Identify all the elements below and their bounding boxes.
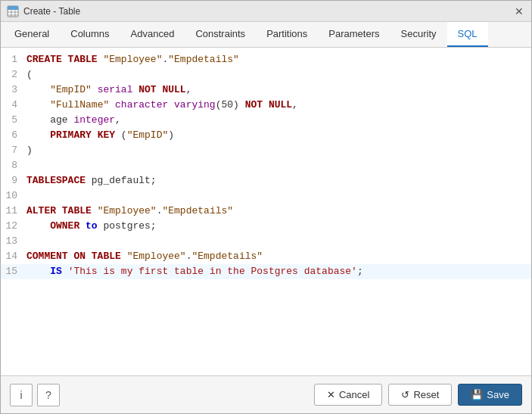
save-label: Save: [487, 389, 509, 400]
line-num-8: 8: [1, 158, 23, 173]
tab-partitions[interactable]: Partitions: [256, 22, 318, 47]
tab-general[interactable]: General: [4, 22, 60, 47]
title-bar-left: Create - Table: [7, 5, 80, 17]
table-icon: [7, 5, 19, 17]
line-num-13: 13: [1, 234, 23, 249]
tab-bar: General Columns Advanced Constraints Par…: [1, 22, 531, 48]
reset-icon: ↺: [401, 389, 409, 400]
cancel-label: Cancel: [339, 389, 369, 400]
line-num-10: 10: [1, 188, 23, 204]
code-line-14: 14 COMMENT ON TABLE "Employee"."Empdetai…: [1, 249, 531, 264]
help-button[interactable]: ?: [37, 384, 60, 406]
line-num-1: 1: [1, 52, 23, 67]
close-button[interactable]: ✕: [513, 6, 525, 17]
tab-advanced[interactable]: Advanced: [120, 22, 185, 47]
line-content-15: IS 'This is my first table in the Postgr…: [23, 264, 531, 279]
reset-button[interactable]: ↺ Reset: [388, 384, 452, 406]
code-line-12: 12 OWNER to postgres;: [1, 219, 531, 234]
cancel-button[interactable]: ✕ Cancel: [314, 384, 382, 406]
footer-left: i ?: [10, 384, 60, 406]
line-num-12: 12: [1, 219, 23, 234]
line-content-7: ): [23, 143, 531, 158]
line-num-11: 11: [1, 204, 23, 219]
line-content-8: [23, 158, 531, 173]
line-content-1: CREATE TABLE "Employee"."Empdetails": [23, 52, 531, 67]
code-line-7: 7 ): [1, 143, 531, 158]
line-content-14: COMMENT ON TABLE "Employee"."Empdetails": [23, 249, 531, 264]
line-content-6: PRIMARY KEY ("EmpID"): [23, 128, 531, 143]
line-content-3: "EmpID" serial NOT NULL,: [23, 82, 531, 98]
code-line-15: 15 IS 'This is my first table in the Pos…: [1, 264, 531, 279]
title-bar: Create - Table ✕: [1, 1, 531, 22]
line-num-7: 7: [1, 143, 23, 158]
line-content-12: OWNER to postgres;: [23, 219, 531, 234]
footer-right: ✕ Cancel ↺ Reset 💾 Save: [314, 384, 522, 406]
tab-security[interactable]: Security: [390, 22, 447, 47]
line-num-6: 6: [1, 128, 23, 143]
tab-sql[interactable]: SQL: [447, 22, 488, 47]
line-content-13: [23, 234, 531, 249]
line-content-9: TABLESPACE pg_default;: [23, 173, 531, 188]
svg-rect-1: [8, 6, 18, 10]
code-line-11: 11 ALTER TABLE "Employee"."Empdetails": [1, 204, 531, 219]
code-line-6: 6 PRIMARY KEY ("EmpID"): [1, 128, 531, 143]
line-num-5: 5: [1, 113, 23, 128]
line-num-4: 4: [1, 98, 23, 113]
cancel-icon: ✕: [327, 389, 335, 400]
line-num-3: 3: [1, 82, 23, 98]
code-line-9: 9 TABLESPACE pg_default;: [1, 173, 531, 188]
line-num-14: 14: [1, 249, 23, 264]
code-line-10: 10: [1, 188, 531, 204]
line-num-2: 2: [1, 67, 23, 82]
line-content-5: age integer,: [23, 113, 531, 128]
info-button[interactable]: i: [10, 384, 33, 406]
code-line-1: 1 CREATE TABLE "Employee"."Empdetails": [1, 52, 531, 67]
line-content-4: "FullName" character varying(50) NOT NUL…: [23, 98, 531, 113]
create-table-dialog: Create - Table ✕ General Columns Advance…: [0, 0, 532, 414]
tab-parameters[interactable]: Parameters: [318, 22, 390, 47]
save-button[interactable]: 💾 Save: [458, 384, 522, 406]
line-content-2: (: [23, 67, 531, 82]
code-line-5: 5 age integer,: [1, 113, 531, 128]
code-line-2: 2 (: [1, 67, 531, 82]
footer: i ? ✕ Cancel ↺ Reset 💾 Save: [1, 375, 531, 413]
tab-constraints[interactable]: Constraints: [185, 22, 256, 47]
line-num-9: 9: [1, 173, 23, 188]
sql-editor[interactable]: 1 CREATE TABLE "Employee"."Empdetails" 2…: [1, 48, 531, 375]
save-icon: 💾: [471, 389, 483, 400]
line-content-11: ALTER TABLE "Employee"."Empdetails": [23, 204, 531, 219]
tab-columns[interactable]: Columns: [60, 22, 120, 47]
code-line-8: 8: [1, 158, 531, 173]
line-num-15: 15: [1, 264, 23, 279]
reset-label: Reset: [413, 389, 439, 400]
code-line-4: 4 "FullName" character varying(50) NOT N…: [1, 98, 531, 113]
code-line-13: 13: [1, 234, 531, 249]
window-title: Create - Table: [23, 6, 80, 17]
line-content-10: [23, 188, 531, 204]
code-line-3: 3 "EmpID" serial NOT NULL,: [1, 82, 531, 98]
